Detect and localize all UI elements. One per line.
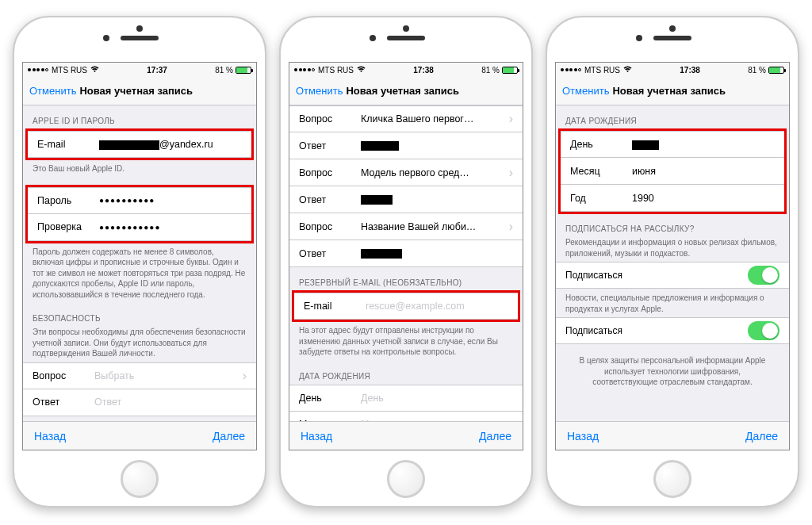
rescue-footer: На этот адрес будут отправлены инструкци…: [289, 321, 523, 361]
day-row[interactable]: День День: [289, 385, 523, 412]
question-label: Вопрос: [299, 113, 361, 125]
section-header-subscribe: ПОДПИСАТЬСЯ НА РАССЫЛКУ?: [556, 213, 789, 237]
subscribe-toggle-1[interactable]: [748, 266, 779, 285]
question-label: Вопрос: [33, 370, 94, 381]
wifi-icon: [90, 66, 99, 75]
camera: [636, 35, 642, 41]
cancel-button[interactable]: Отменить: [562, 85, 609, 97]
subscribe-label-2: Подписаться: [565, 325, 622, 336]
email-row[interactable]: E-mail @yandex.ru: [28, 131, 251, 158]
question-2-value: Модель первого сред…: [361, 167, 506, 178]
speaker: [653, 36, 691, 40]
answer-1-value: [361, 140, 513, 151]
subscribe-toggle-2[interactable]: [748, 321, 779, 340]
content[interactable]: Вопрос Кличка Вашего первог… › Ответ Воп…: [289, 105, 523, 421]
password-footer: Пароль должен содержать не менее 8 симво…: [23, 243, 256, 304]
phone-1: MTS RUS 17:37 81 % Отменить Новая учетна…: [13, 16, 266, 508]
highlight-rescue-email: E-mail rescue@example.com: [292, 290, 520, 322]
toolbar: Назад Далее: [23, 421, 256, 450]
highlight-dob: День Месяц июня Год 1990: [558, 128, 787, 214]
wifi-icon: [357, 66, 366, 75]
subscribe-footer-2: Новости, специальные предложения и инфор…: [556, 289, 789, 317]
signal-dots-icon: [28, 68, 48, 71]
security-footer: Эти вопросы необходимы для обеспечения б…: [23, 327, 256, 362]
signal-dots-icon: [561, 68, 581, 71]
chevron-right-icon: ›: [509, 166, 513, 180]
battery-icon: [236, 67, 251, 74]
password-row[interactable]: Пароль ●●●●●●●●●●: [28, 187, 251, 214]
month-row[interactable]: Месяц июня: [561, 158, 784, 185]
answer-1-row[interactable]: Ответ: [289, 132, 523, 159]
status-bar: MTS RUS 17:38 81 %: [289, 63, 523, 77]
back-button[interactable]: Назад: [34, 430, 66, 443]
battery-pct: 81 %: [215, 66, 233, 75]
year-label: Год: [570, 193, 632, 204]
chevron-right-icon: ›: [509, 112, 513, 126]
email-label: E-mail: [37, 139, 99, 150]
answer-label: Ответ: [33, 397, 94, 408]
password-value: ●●●●●●●●●●: [99, 196, 242, 205]
answer-2-row[interactable]: Ответ: [289, 186, 523, 213]
month-label: Месяц: [299, 419, 361, 421]
content[interactable]: ДАТА РОЖДЕНИЯ День Месяц июня Год 1990 П…: [556, 105, 789, 421]
carrier-label: MTS RUS: [52, 66, 87, 75]
home-button[interactable]: [653, 460, 691, 498]
nav-title: Новая учетная запись: [612, 85, 726, 97]
carrier-label: MTS RUS: [584, 66, 620, 75]
back-button[interactable]: Назад: [301, 430, 332, 443]
question-2-row[interactable]: Вопрос Модель первого сред… ›: [289, 159, 523, 186]
screen: MTS RUS 17:38 81 % Отменить Новая учетна…: [289, 62, 523, 450]
navigation-bar: Отменить Новая учетная запись: [289, 77, 523, 105]
month-row[interactable]: Месяц Месяц: [289, 412, 523, 422]
rescue-email-row[interactable]: E-mail rescue@example.com: [294, 293, 518, 320]
next-button[interactable]: Далее: [213, 430, 245, 443]
subscribe-row-2[interactable]: Подписаться: [556, 317, 789, 344]
next-button[interactable]: Далее: [479, 430, 511, 443]
next-button[interactable]: Далее: [745, 430, 778, 443]
verify-label: Проверка: [37, 221, 99, 232]
battery-pct: 81 %: [748, 66, 766, 75]
email-footer: Это Ваш новый Apple ID.: [23, 159, 256, 178]
back-button[interactable]: Назад: [567, 430, 599, 443]
chevron-right-icon: ›: [243, 369, 247, 383]
question-1-value: Кличка Вашего первог…: [361, 113, 506, 125]
answer-3-row[interactable]: Ответ: [289, 240, 523, 267]
toolbar: Назад Далее: [556, 421, 789, 450]
content[interactable]: APPLE ID И ПАРОЛЬ E-mail @yandex.ru Это …: [23, 105, 256, 421]
cancel-button[interactable]: Отменить: [296, 85, 343, 97]
phone-2: MTS RUS 17:38 81 % Отменить Новая учетна…: [279, 16, 533, 508]
answer-label: Ответ: [299, 140, 361, 151]
answer-2-value: [361, 194, 513, 205]
answer-row[interactable]: Ответ Ответ: [23, 389, 256, 416]
nav-title: Новая учетная запись: [346, 85, 459, 97]
subscribe-footer-1: Рекомендации и информация о новых релиза…: [556, 237, 789, 262]
home-button[interactable]: [387, 460, 425, 498]
speaker: [387, 36, 425, 40]
day-row[interactable]: День: [561, 131, 784, 158]
navigation-bar: Отменить Новая учетная запись: [556, 77, 789, 105]
privacy-footer: В целях защиты персональной информации A…: [556, 344, 789, 391]
question-3-value: Название Вашей люби…: [361, 221, 506, 232]
question-1-row[interactable]: Вопрос Кличка Вашего первог… ›: [289, 105, 523, 132]
question-row[interactable]: Вопрос Выбрать ›: [23, 362, 256, 389]
toolbar: Назад Далее: [289, 421, 523, 450]
status-bar: MTS RUS 17:38 81 %: [556, 63, 789, 77]
answer-label: Ответ: [299, 194, 361, 205]
sensor: [669, 25, 676, 32]
subscribe-row-1[interactable]: Подписаться: [556, 262, 789, 289]
home-button[interactable]: [121, 460, 159, 498]
verify-row[interactable]: Проверка ●●●●●●●●●●●: [28, 214, 251, 241]
month-placeholder: Месяц: [361, 419, 513, 421]
rescue-email-placeholder: rescue@example.com: [366, 301, 508, 312]
day-value: [632, 139, 775, 150]
year-row[interactable]: Год 1990: [561, 185, 784, 212]
battery-pct: 81 %: [481, 66, 500, 75]
screen: MTS RUS 17:37 81 % Отменить Новая учетна…: [22, 62, 257, 450]
question-3-row[interactable]: Вопрос Название Вашей люби… ›: [289, 213, 523, 240]
camera: [103, 35, 109, 41]
carrier-label: MTS RUS: [318, 66, 354, 75]
cancel-button[interactable]: Отменить: [29, 85, 76, 97]
subscribe-label-1: Подписаться: [565, 270, 622, 281]
navigation-bar: Отменить Новая учетная запись: [23, 77, 256, 105]
screen: MTS RUS 17:38 81 % Отменить Новая учетна…: [555, 62, 790, 450]
